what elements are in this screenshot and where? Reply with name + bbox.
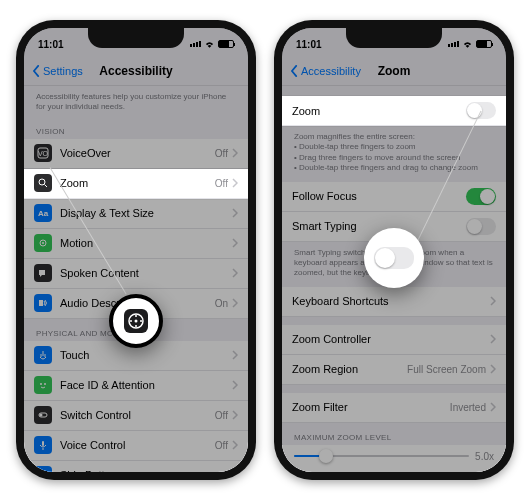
follow-focus-toggle[interactable] [466, 188, 496, 205]
chevron-right-icon [232, 410, 238, 420]
row-label: VoiceOver [60, 147, 215, 159]
spoken-content-icon [34, 264, 52, 282]
svg-point-7 [40, 383, 42, 385]
row-label: Voice Control [60, 439, 215, 451]
row-label: Display & Text Size [60, 207, 232, 219]
row-value: Off [215, 178, 228, 189]
status-time: 11:01 [296, 39, 322, 50]
svg-text:VO: VO [38, 150, 49, 157]
callout-toggle [364, 228, 424, 288]
audio-descriptions-icon [34, 294, 52, 312]
row-display-text-size[interactable]: Aa Display & Text Size [24, 199, 248, 229]
row-faceid[interactable]: Face ID & Attention [24, 371, 248, 401]
row-voiceover[interactable]: VO VoiceOver Off [24, 139, 248, 169]
svg-rect-12 [40, 471, 45, 472]
chevron-right-icon [232, 440, 238, 450]
chevron-right-icon [232, 350, 238, 360]
row-label: Face ID & Attention [60, 379, 232, 391]
svg-rect-6 [39, 300, 43, 306]
signal-icon [190, 41, 201, 47]
chevron-right-icon [232, 208, 238, 218]
row-zoom[interactable]: Zoom Off [24, 169, 248, 199]
phone-right: 11:01 Accessibility Zoom Zoom Zoom magni… [274, 20, 514, 480]
phone-left: 11:01 Settings Accessibility Accessibili… [16, 20, 256, 480]
section-header-vision: VISION [24, 117, 248, 139]
row-motion[interactable]: Motion [24, 229, 248, 259]
row-value: Inverted [450, 402, 486, 413]
side-button-icon [34, 466, 52, 472]
svg-point-5 [42, 242, 44, 244]
svg-rect-11 [42, 441, 44, 446]
zoom-level-slider[interactable] [294, 455, 469, 457]
chevron-right-icon [490, 296, 496, 306]
row-value: Off [215, 440, 228, 451]
svg-point-10 [40, 414, 43, 417]
svg-point-20 [135, 325, 137, 327]
back-label: Settings [43, 65, 83, 77]
back-button[interactable]: Settings [32, 65, 83, 77]
row-spoken-content[interactable]: Spoken Content [24, 259, 248, 289]
signal-icon [448, 41, 459, 47]
chevron-right-icon [490, 334, 496, 344]
chevron-right-icon [232, 178, 238, 188]
wifi-icon [462, 40, 473, 49]
svg-point-21 [130, 320, 132, 322]
wifi-icon [204, 40, 215, 49]
nav-bar: Settings Accessibility [24, 56, 248, 86]
chevron-left-icon [290, 65, 299, 77]
row-follow-focus[interactable]: Follow Focus [282, 182, 506, 212]
chevron-right-icon [232, 238, 238, 248]
row-value: On [215, 298, 228, 309]
row-label: Motion [60, 237, 232, 249]
row-label: Side Button [60, 469, 232, 472]
page-title: Zoom [378, 64, 411, 78]
row-zoom-region[interactable]: Zoom Region Full Screen Zoom [282, 355, 506, 385]
row-zoom-controller[interactable]: Zoom Controller [282, 325, 506, 355]
chevron-right-icon [490, 364, 496, 374]
row-zoom-toggle[interactable]: Zoom [282, 96, 506, 126]
smart-typing-toggle[interactable] [466, 218, 496, 235]
touch-icon [34, 346, 52, 364]
svg-point-22 [140, 320, 142, 322]
row-label: Zoom [292, 105, 466, 117]
chevron-right-icon [232, 298, 238, 308]
row-label: Zoom [60, 177, 215, 189]
voice-control-icon [34, 436, 52, 454]
notch [88, 28, 184, 48]
row-label: Smart Typing [292, 220, 466, 232]
row-switch-control[interactable]: Switch Control Off [24, 401, 248, 431]
battery-icon [218, 40, 234, 48]
row-label: Switch Control [60, 409, 215, 421]
row-value: Off [215, 410, 228, 421]
callout-zoom-icon [109, 294, 163, 348]
motion-icon [34, 234, 52, 252]
row-side-button[interactable]: Side Button [24, 461, 248, 472]
row-label: Zoom Controller [292, 333, 490, 345]
row-label: Zoom Region [292, 363, 407, 375]
row-zoom-filter[interactable]: Zoom Filter Inverted [282, 393, 506, 423]
svg-point-19 [135, 315, 137, 317]
chevron-right-icon [232, 470, 238, 472]
row-label: Zoom Filter [292, 401, 450, 413]
svg-text:Aa: Aa [38, 209, 49, 218]
row-keyboard-shortcuts[interactable]: Keyboard Shortcuts [282, 287, 506, 317]
row-label: Touch [60, 349, 232, 361]
switch-control-icon [34, 406, 52, 424]
slider-value: 5.0x [475, 451, 494, 462]
chevron-right-icon [232, 380, 238, 390]
display-icon: Aa [34, 204, 52, 222]
battery-icon [476, 40, 492, 48]
voiceover-icon: VO [34, 144, 52, 162]
zoom-description: Zoom magnifies the entire screen: • Doub… [282, 126, 506, 178]
chevron-right-icon [232, 268, 238, 278]
row-voice-control[interactable]: Voice Control Off [24, 431, 248, 461]
svg-point-2 [39, 179, 45, 185]
zoom-icon [34, 174, 52, 192]
status-time: 11:01 [38, 39, 64, 50]
back-label: Accessibility [301, 65, 361, 77]
back-button[interactable]: Accessibility [290, 65, 361, 77]
svg-point-18 [135, 320, 138, 323]
chevron-right-icon [232, 148, 238, 158]
row-value: Off [215, 148, 228, 159]
svg-point-8 [44, 383, 46, 385]
